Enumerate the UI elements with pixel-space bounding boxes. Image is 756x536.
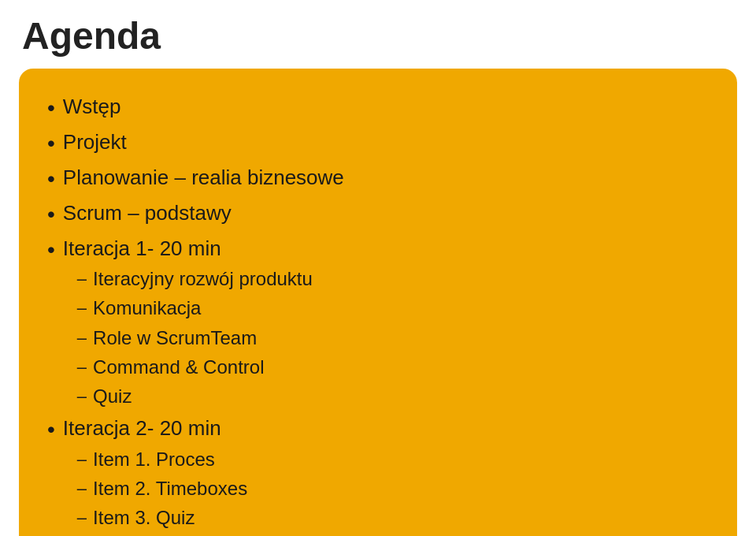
sub-list: – Iteracyjny rozwój produktu – Komunikac… (77, 264, 313, 411)
dash-icon: – (77, 446, 87, 473)
sub-item-label: Komunikacja (93, 293, 201, 322)
content-box: • Wstęp • Projekt • Planowanie – realia … (19, 69, 737, 536)
bullet-icon: • (47, 162, 55, 195)
item-label: Planowanie – realia biznesowe (63, 162, 344, 193)
bullet-icon: • (47, 91, 55, 125)
sub-list-item: – Item 1. Proces (77, 445, 247, 474)
bullet-icon: • (47, 233, 55, 266)
dash-icon: – (77, 354, 87, 381)
list-item: • Scrum – podstawy (47, 197, 709, 231)
sub-list-item: – Komunikacja (77, 293, 313, 322)
sub-item-label: Item 2. Timeboxes (93, 474, 247, 503)
item-label: Wstęp (63, 91, 121, 122)
bullet-icon: • (47, 413, 55, 446)
dash-icon: – (77, 475, 87, 502)
bullet-icon: • (47, 127, 55, 160)
sub-list-item: – Iteracyjny rozwój produktu (77, 264, 313, 293)
list-item: • Iteracja 1- 20 min – Iteracyjny rozwój… (47, 233, 709, 411)
item-label: Scrum – podstawy (63, 197, 232, 229)
list-item: • Iteracja 2- 20 min – Item 1. Proces – … (47, 412, 709, 532)
sub-item-label: Iteracyjny rozwój produktu (93, 264, 313, 293)
sub-list-item: – Command & Control (77, 352, 313, 382)
dash-icon: – (77, 383, 87, 410)
item-label: Projekt (63, 126, 127, 158)
sub-item-label: Quiz (93, 382, 132, 411)
list-item: • Planowanie – realia biznesowe (47, 162, 709, 195)
sub-list-item: – Item 3. Quiz (77, 503, 247, 532)
sub-list-item: – Role w ScrumTeam (77, 323, 313, 352)
item-label: Iteracja 1- 20 min (63, 236, 221, 260)
bullet-icon: • (47, 198, 55, 231)
dash-icon: – (77, 295, 87, 322)
dash-icon: – (77, 325, 87, 352)
list-item: • Wstęp (47, 91, 709, 125)
list-item: • Projekt (47, 126, 709, 160)
dash-icon: – (77, 266, 87, 292)
sub-item-label: Item 1. Proces (93, 445, 215, 474)
item-label: Iteracja 2- 20 min (63, 416, 221, 440)
sub-list-item: – Quiz (77, 382, 313, 411)
sub-item-label: Item 3. Quiz (93, 503, 195, 532)
dash-icon: – (77, 504, 87, 531)
sub-item-label: Role w ScrumTeam (93, 323, 257, 352)
sub-list-item: – Item 2. Timeboxes (77, 474, 247, 503)
page: Agenda • Wstęp • Projekt • Planowanie – … (0, 0, 756, 536)
agenda-list: • Wstęp • Projekt • Planowanie – realia … (47, 91, 709, 536)
page-title: Agenda (19, 14, 737, 58)
sub-list: – Item 1. Proces – Item 2. Timeboxes – I… (77, 445, 247, 533)
sub-item-label: Command & Control (93, 352, 264, 382)
